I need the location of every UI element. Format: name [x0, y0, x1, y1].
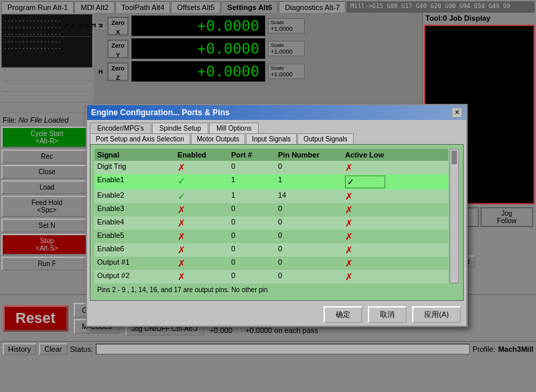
- modal-title: Engine Configuration... Ports & Pins: [91, 108, 230, 117]
- table-row: Digit Trig✗00✗: [94, 161, 448, 174]
- modal-titlebar: Engine Configuration... Ports & Pins ✕: [87, 105, 466, 120]
- table-row: Output #1✗00✗: [94, 257, 448, 270]
- table-row: Enable5✗00✗: [94, 230, 448, 243]
- table-row: Output #2✗00✗: [94, 270, 448, 283]
- table-row: Enable1✓11: [94, 174, 448, 190]
- confirm-button[interactable]: 确定: [324, 306, 362, 323]
- modal-tab-mill[interactable]: Mill Options: [209, 123, 259, 133]
- modal-subtabs: Port Setup and Axis Selection Motor Outp…: [87, 133, 466, 144]
- enable1-active-low-input[interactable]: [345, 176, 385, 188]
- modal-subtab-port-setup[interactable]: Port Setup and Axis Selection: [90, 133, 190, 144]
- engine-config-modal: Engine Configuration... Ports & Pins ✕ E…: [86, 104, 468, 327]
- table-row: Enable2✓114✗: [94, 190, 448, 203]
- scrollbar[interactable]: [450, 149, 459, 283]
- modal-tab-encoder[interactable]: Encoder/MPG's: [90, 123, 151, 133]
- modal-subtab-output[interactable]: Output Signals: [297, 133, 354, 144]
- table-row: Enable3✗00✗: [94, 203, 448, 216]
- modal-footer: 确定 取消 应用(A): [87, 304, 466, 326]
- apply-button[interactable]: 应用(A): [412, 306, 461, 323]
- modal-overlay: Engine Configuration... Ports & Pins ✕ E…: [0, 0, 536, 392]
- modal-tab-spindle[interactable]: Spindle Setup: [152, 123, 208, 133]
- table-header: Signal Enabled Port # Pin Number Active …: [94, 149, 448, 161]
- modal-subtab-input[interactable]: Input Signals: [246, 133, 297, 144]
- table-row: Enable4✗00✗: [94, 216, 448, 230]
- modal-note: Pins 2 - 9 , 1, 14, 16, and 17 are outpu…: [94, 283, 459, 296]
- modal-subtab-motor[interactable]: Motor Outputs: [191, 133, 245, 144]
- modal-close-button[interactable]: ✕: [452, 107, 462, 118]
- cancel-button[interactable]: 取消: [368, 306, 407, 323]
- modal-table-content: Signal Enabled Port # Pin Number Active …: [90, 144, 464, 301]
- table-row: Enable6✗00✗: [94, 243, 448, 257]
- modal-tabs: Encoder/MPG's Spindle Setup Mill Options: [87, 120, 466, 133]
